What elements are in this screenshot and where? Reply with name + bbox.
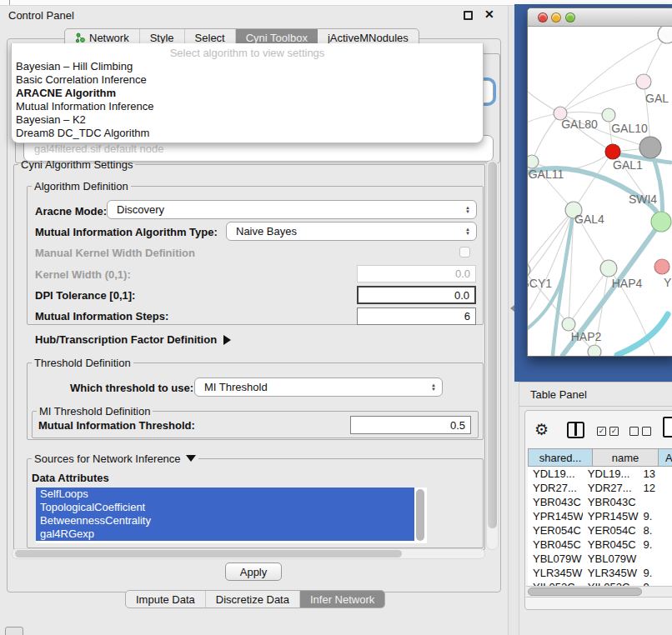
apply-button[interactable]: Apply (225, 562, 282, 581)
network-node[interactable] (654, 259, 669, 274)
column-header[interactable]: name (593, 448, 659, 467)
deselect-all-checkboxes-icon[interactable] (629, 427, 651, 436)
network-graph: GALGAL80GAL10GAL1GAL11SWI4GAL4GCY1HAP4YH… (528, 27, 672, 357)
network-node[interactable] (528, 155, 539, 168)
attribute-option[interactable]: gal4RGexp (36, 528, 414, 541)
mi-steps-value: 6 (464, 310, 470, 322)
minimize-window-icon[interactable] (551, 12, 561, 22)
algorithm-option[interactable]: Mutual Information Inference (12, 100, 483, 113)
panel-corner-button[interactable] (5, 627, 23, 635)
float-panel-icon[interactable] (464, 11, 473, 20)
attribute-option[interactable]: TopologicalCoefficient (36, 501, 414, 514)
network-edge-highlighted (617, 314, 668, 355)
algorithm-dropdown-prompt: Select algorithm to view settings (12, 43, 483, 60)
table-row[interactable]: YIL052CYIL052C9 (528, 580, 672, 586)
dpi-tolerance-value: 0.0 (454, 289, 469, 302)
table-cell: 9. (639, 509, 672, 523)
table-cell: YBR043C (583, 495, 639, 509)
gear-icon[interactable]: ⚙ (534, 420, 549, 439)
sources-title-toggle[interactable]: Sources for Network Inference (32, 452, 198, 465)
mi-steps-field[interactable]: 6 (357, 308, 476, 325)
settings-horizontal-scrollbar-thumb[interactable] (15, 550, 402, 558)
algorithm-option[interactable]: ARACNE Algorithm (12, 87, 483, 100)
network-node[interactable] (639, 137, 661, 158)
attributes-list-scrollbar[interactable] (416, 489, 424, 541)
network-edge (569, 268, 609, 324)
node-label: GAL (645, 92, 669, 105)
zoom-window-icon[interactable] (565, 12, 575, 22)
table-cell: 12 (639, 481, 672, 495)
sources-title: Sources for Network Inference (34, 452, 181, 465)
table-row[interactable]: YDL19...YDL19...13 (528, 467, 672, 481)
tab-label: Style (150, 32, 174, 44)
network-node[interactable] (588, 345, 601, 357)
select-all-checkboxes-icon[interactable]: ✓✓ (597, 427, 619, 436)
settings-vertical-scrollbar-thumb[interactable] (488, 162, 497, 528)
table-row[interactable]: YPR145WYPR145W9. (528, 509, 672, 523)
table-row[interactable]: YLR345WYLR345W9. (528, 566, 672, 580)
which-threshold-combobox[interactable]: MI Threshold ▲▼ (194, 378, 443, 397)
algorithm-option[interactable]: Dream8 DC_TDC Algorithm (12, 127, 483, 140)
aracne-mode-combobox[interactable]: Discovery ▲▼ (107, 200, 477, 219)
table-cell: YIL052C (528, 580, 583, 586)
close-window-icon[interactable] (538, 12, 548, 22)
bottom-tab-impute-data[interactable]: Impute Data (126, 591, 206, 608)
table-row[interactable]: YBR043CYBR043C (528, 495, 672, 509)
tab-label: Network (89, 32, 129, 44)
attribute-option[interactable]: SelfLoops (36, 488, 414, 501)
mi-threshold-value: 0.5 (450, 419, 465, 432)
kernel-width-field[interactable]: 0.0 (357, 265, 476, 282)
table-row[interactable]: YDR27...YDR27...12 (528, 481, 672, 495)
app-root: Control Panel ✕ NetworkStyleSelectCyni T… (0, 0, 672, 635)
table-cell: YER054C (528, 523, 583, 538)
network-node[interactable] (602, 108, 615, 122)
table-header-row: shared...nameA (528, 448, 672, 467)
aracne-mode-value: Discovery (117, 203, 164, 216)
hub-definition-toggle[interactable]: Hub/Transcription Factor Definition (35, 333, 231, 346)
network-node[interactable] (636, 74, 651, 89)
table-cell: 13 (639, 467, 672, 481)
bottom-tabbar: Impute DataDiscretize DataInfer Network (125, 590, 385, 608)
network-canvas[interactable]: GALGAL80GAL10GAL1GAL11SWI4GAL4GCY1HAP4YH… (528, 27, 672, 357)
table-cell: YIL052C (583, 580, 639, 586)
column-header[interactable]: shared... (528, 448, 593, 467)
network-node[interactable] (651, 212, 671, 232)
table-cell: YPR145W (528, 509, 583, 523)
top-strip-tick (9, 0, 10, 5)
network-window-titlebar[interactable] (528, 8, 672, 27)
dpi-tolerance-field[interactable]: 0.0 (357, 286, 476, 304)
which-threshold-label: Which threshold to use: (70, 382, 193, 394)
table-row[interactable]: YBL079WYBL079W (528, 552, 672, 566)
node-label: GAL80 (561, 118, 598, 131)
network-node[interactable] (605, 144, 620, 159)
table-cell: YLR345W (528, 566, 583, 580)
bottom-tab-infer-network[interactable]: Infer Network (300, 591, 384, 608)
mi-threshold-label: Mutual Information Threshold: (38, 419, 195, 432)
network-node[interactable] (528, 263, 530, 277)
manual-kernel-width-checkbox[interactable] (459, 247, 470, 258)
tab-label: jActiveMNodules (328, 32, 409, 44)
algorithm-option[interactable]: Bayesian – Hill Climbing (12, 60, 483, 73)
table-row[interactable]: YER054CYER054C8. (528, 523, 672, 538)
data-attributes-list: SelfLoopsTopologicalCoefficientBetweenne… (36, 488, 427, 543)
stepper-arrows-icon: ▲▼ (431, 383, 436, 392)
network-node[interactable] (562, 318, 575, 331)
aracne-mode-label: Aracne Mode: (35, 205, 107, 218)
close-panel-icon[interactable]: ✕ (484, 8, 494, 21)
algorithm-option[interactable]: Bayesian – K2 (12, 113, 483, 127)
attribute-option[interactable]: BetweennessCentrality (36, 514, 414, 528)
network-node[interactable] (600, 260, 617, 277)
algorithm-option[interactable]: Basic Correlation Inference (12, 73, 483, 87)
columns-icon[interactable] (567, 422, 584, 438)
table-horizontal-scrollbar-thumb[interactable] (528, 588, 642, 596)
network-node[interactable] (658, 27, 672, 43)
mi-threshold-field[interactable]: 0.5 (350, 416, 471, 434)
bottom-tab-discretize-data[interactable]: Discretize Data (206, 591, 300, 608)
table-cell: 9. (639, 566, 672, 580)
mi-algorithm-type-combobox[interactable]: Naive Bayes ▲▼ (226, 222, 477, 241)
which-threshold-value: MI Threshold (204, 381, 268, 393)
document-icon[interactable] (663, 417, 672, 438)
manual-kernel-width-label: Manual Kernel Width Definition (35, 247, 195, 259)
column-header[interactable]: A (659, 448, 672, 467)
table-row[interactable]: YBR045CYBR045C9. (528, 538, 672, 552)
